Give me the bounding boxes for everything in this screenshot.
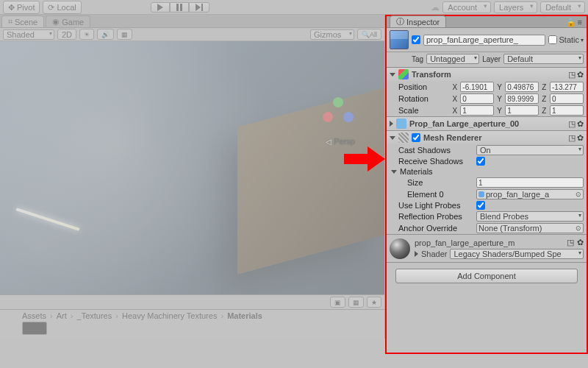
pause-icon [176, 4, 182, 11]
context-menu-icon[interactable]: ≡ [578, 18, 582, 27]
shader-dropdown[interactable]: Legacy Shaders/Bumped Spe [450, 249, 584, 259]
material-name: prop_fan_large_aperture_m [415, 238, 514, 247]
crumb-textures[interactable]: _Textures [77, 311, 120, 320]
position-y-field[interactable] [505, 82, 539, 92]
scene-viewport[interactable]: ◁ Persp [0, 41, 384, 294]
light-probes-checkbox[interactable] [476, 201, 485, 210]
anchor-override-label: Anchor Override [398, 224, 473, 233]
gear-icon[interactable]: ✿ [577, 70, 584, 79]
axis-x-icon [323, 112, 333, 122]
element0-field[interactable]: prop_fan_large_a⊙ [476, 189, 584, 199]
tab-inspector[interactable]: ⓘInspector [390, 15, 446, 27]
help-icon-mr[interactable]: ◳ [568, 133, 576, 143]
foldout-meshfilter[interactable] [390, 121, 393, 127]
toggle-audio[interactable]: 🔊 [97, 29, 114, 40]
static-label: Static [559, 35, 579, 44]
object-name-field[interactable] [423, 35, 545, 46]
light-streak [16, 208, 80, 231]
position-z-field[interactable] [550, 82, 584, 92]
object-picker-icon-2[interactable]: ⊙ [576, 224, 581, 232]
callout-arrow [344, 146, 385, 171]
toggle-2d[interactable]: 2D [57, 29, 76, 40]
renderer-enable-checkbox[interactable] [412, 133, 420, 142]
tab-scene[interactable]: ⌗Scene [1, 15, 44, 27]
scale-y-field[interactable] [505, 105, 539, 116]
object-picker-icon[interactable]: ⊙ [576, 191, 581, 198]
static-dropdown-icon[interactable]: ▾ [581, 37, 584, 43]
layer-label: Layer [482, 55, 501, 63]
cast-shadows-dropdown[interactable]: On [476, 145, 584, 155]
materials-label: Materials [400, 167, 433, 176]
crumb-heavy[interactable]: Heavy Machinery Textures [122, 311, 225, 320]
scale-z-field[interactable] [550, 105, 584, 116]
rotation-x-field[interactable] [460, 93, 494, 104]
toggle-fx[interactable]: ▦ [117, 29, 132, 40]
material-preview-sphere[interactable] [390, 238, 410, 259]
materials-size-field[interactable] [476, 177, 584, 188]
toggle-light[interactable]: ☀ [79, 29, 94, 40]
position-x-field[interactable] [460, 82, 494, 92]
light-probes-label: Use Light Probes [398, 201, 473, 210]
shading-dropdown[interactable]: Shaded [3, 29, 54, 40]
receive-shadows-checkbox[interactable] [476, 157, 485, 166]
iconbuttons2[interactable]: ▦ [348, 297, 364, 308]
breadcrumb[interactable]: Assets Art _Textures Heavy Machinery Tex… [0, 310, 384, 322]
axis-y-icon [333, 97, 343, 107]
tab-game[interactable]: ◉Game [46, 15, 90, 27]
account-dropdown[interactable]: Account [442, 1, 491, 13]
play-icon [157, 4, 163, 11]
foldout-transform[interactable] [390, 73, 395, 77]
tag-dropdown[interactable]: Untagged [426, 54, 479, 64]
search-scene[interactable]: 🔍All [357, 29, 381, 40]
reflection-probes-dropdown[interactable]: Blend Probes [476, 211, 584, 222]
asset-thumbnail[interactable] [22, 322, 47, 335]
static-checkbox[interactable] [548, 35, 557, 44]
scale-x-field[interactable] [460, 105, 494, 116]
pivot-button[interactable]: ✥ Pivot [3, 1, 40, 14]
gear-icon-mr[interactable]: ✿ [577, 133, 584, 143]
iconbuttons3[interactable]: ★ [367, 297, 381, 308]
crumb-art[interactable]: Art [57, 311, 75, 320]
crumb-assets[interactable]: Assets [22, 311, 54, 320]
pause-button[interactable] [170, 2, 189, 13]
material-icon [478, 191, 484, 197]
meshfilter-title: Prop_fan Large_aperture_00 [409, 119, 519, 128]
help-icon-mf[interactable]: ◳ [568, 119, 576, 129]
gizmos-dropdown[interactable]: Gizmos [310, 29, 354, 40]
play-button[interactable] [151, 2, 170, 13]
step-icon [196, 4, 203, 11]
anchor-override-field[interactable]: None (Transform)⊙ [476, 223, 584, 233]
axis-z-icon [343, 112, 354, 122]
foldout-renderer[interactable] [390, 136, 395, 140]
help-icon[interactable]: ◳ [568, 70, 576, 79]
orientation-gizmo[interactable] [318, 93, 355, 130]
scale-label: Scale [398, 106, 450, 115]
lock-icon[interactable]: 🔒 [566, 18, 576, 27]
local-label: Local [57, 2, 76, 13]
pivot-label: Pivot [17, 2, 35, 13]
layer-dropdown[interactable]: Default [503, 54, 584, 64]
cast-shadows-label: Cast Shadows [398, 146, 473, 155]
receive-shadows-label: Receive Shadows [398, 157, 473, 166]
layers-dropdown[interactable]: Layers [494, 1, 537, 13]
foldout-materials[interactable] [391, 170, 397, 174]
help-icon-mat[interactable]: ◳ [567, 238, 574, 247]
gameobject-icon[interactable] [390, 30, 409, 49]
active-checkbox[interactable] [412, 35, 420, 44]
transform-icon [398, 69, 409, 79]
svg-marker-0 [344, 146, 385, 171]
cloud-icon[interactable]: ☁ [431, 2, 440, 13]
rotation-z-field[interactable] [550, 93, 584, 104]
foldout-material[interactable] [415, 251, 418, 257]
iconbuttons[interactable]: ▣ [330, 297, 345, 308]
local-button[interactable]: ⟳ Local [43, 1, 81, 14]
step-button[interactable] [189, 2, 209, 13]
inspector-icon: ⓘ [396, 16, 404, 27]
gear-icon-mat[interactable]: ✿ [577, 238, 584, 247]
layout-dropdown[interactable]: Default [540, 1, 585, 13]
crumb-materials[interactable]: Materials [227, 311, 265, 320]
gear-icon-mf[interactable]: ✿ [577, 119, 584, 129]
rotation-y-field[interactable] [505, 93, 539, 104]
add-component-button[interactable]: Add Component [395, 269, 578, 283]
inspector-panel: ⓘInspector 🔒≡ Static ▾ Tag Untagged Laye… [385, 15, 588, 354]
